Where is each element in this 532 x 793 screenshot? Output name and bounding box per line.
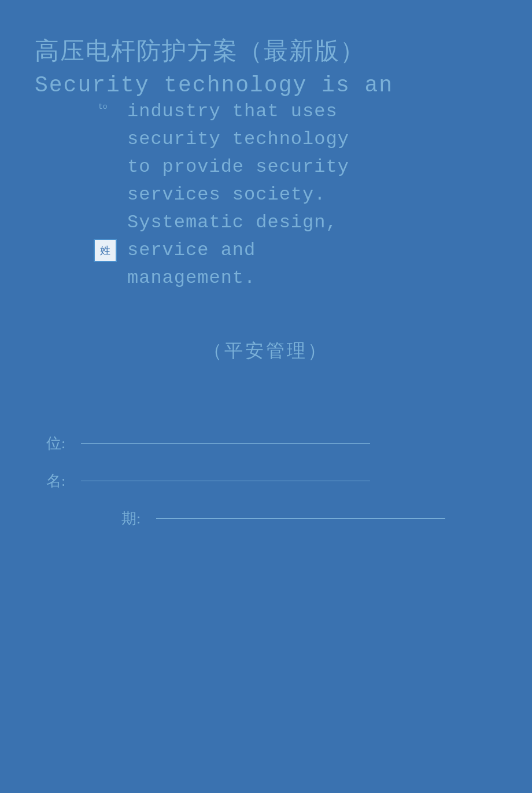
form-name-line	[81, 481, 370, 481]
form-name-label: 名:	[46, 471, 75, 491]
form-row-date: 期:	[121, 508, 497, 529]
form-unit-label: 位:	[46, 433, 75, 453]
form-section: 位: 名: 期:	[35, 433, 497, 529]
description-line5: Systematic design,	[127, 209, 497, 237]
main-title-chinese: 高压电杆防护方案（最新版）	[35, 35, 497, 67]
description-line1: industry that uses	[127, 98, 497, 126]
form-date-line	[156, 518, 445, 519]
icon-row: 姓 service and	[127, 237, 497, 264]
form-row-name: 名:	[46, 471, 497, 491]
description-block: to industry that uses security technolog…	[127, 98, 497, 292]
to-connector: to	[98, 102, 108, 111]
description-line4: services society.	[127, 181, 497, 209]
form-row-unit: 位:	[46, 433, 497, 453]
form-unit-line	[81, 443, 370, 444]
form-date-label: 期:	[121, 508, 150, 529]
description-line7: management.	[127, 264, 497, 292]
subtitle-center-chinese: （平安管理）	[35, 338, 497, 364]
description-line2: security technology	[127, 126, 497, 153]
page-container: 高压电杆防护方案（最新版） Security technology is an …	[0, 0, 532, 793]
subtitle-english-line1: Security technology is an	[35, 73, 497, 98]
description-line3: to provide security	[127, 153, 497, 181]
description-line6: service and	[127, 237, 497, 264]
surname-icon: 姓	[94, 239, 117, 262]
